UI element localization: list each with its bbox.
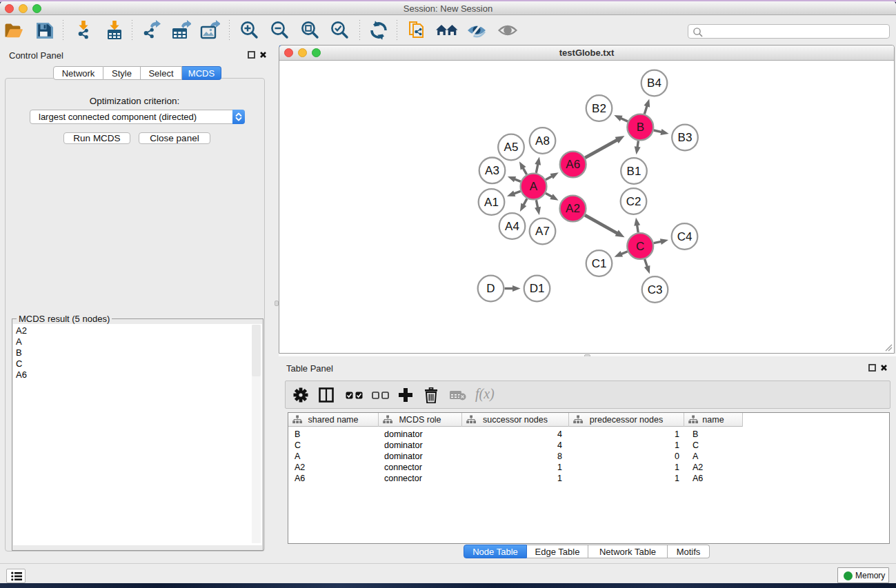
svg-text:A3: A3 (485, 164, 499, 177)
svg-text:C4: C4 (677, 230, 693, 243)
svg-text:B4: B4 (647, 77, 661, 90)
svg-text:B3: B3 (678, 131, 693, 144)
svg-text:A4: A4 (505, 220, 519, 233)
svg-text:C: C (636, 240, 644, 253)
svg-text:A1: A1 (484, 196, 499, 209)
svg-text:C1: C1 (592, 257, 607, 270)
svg-text:D: D (486, 282, 495, 295)
svg-text:A5: A5 (504, 141, 519, 154)
svg-text:B2: B2 (592, 102, 606, 115)
svg-text:B: B (637, 121, 644, 134)
svg-text:A7: A7 (535, 225, 550, 238)
svg-text:C3: C3 (648, 283, 663, 296)
svg-text:A: A (530, 180, 538, 193)
svg-text:B1: B1 (627, 165, 641, 178)
svg-text:A2: A2 (566, 202, 580, 215)
svg-text:D1: D1 (530, 282, 545, 295)
svg-text:A6: A6 (566, 158, 580, 171)
svg-text:C2: C2 (626, 195, 641, 208)
svg-text:A8: A8 (535, 134, 550, 148)
